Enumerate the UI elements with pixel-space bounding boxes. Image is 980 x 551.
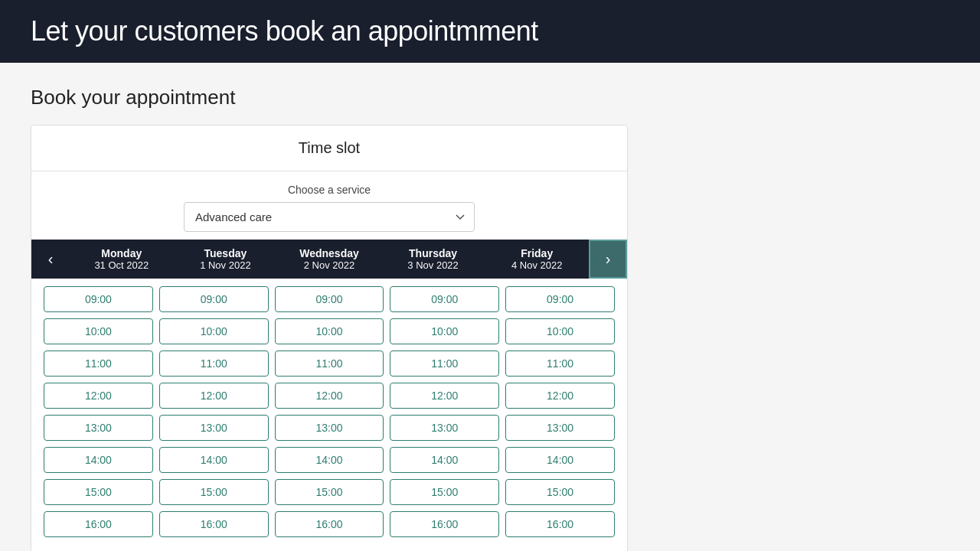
time-slot-button[interactable]: 11:00 [505,350,615,377]
day-header-monday: Monday31 Oct 2022 [70,240,174,279]
day-header-wednesday: Wednesday2 Nov 2022 [277,240,381,279]
time-slot-button[interactable]: 12:00 [505,383,615,409]
day-header-thursday: Thursday3 Nov 2022 [381,240,485,279]
day-date: 2 Nov 2022 [280,259,378,271]
card-header: Time slot [31,126,627,171]
time-slot-button[interactable]: 10:00 [159,318,269,344]
booking-card: Time slot Choose a service Advanced care… [31,125,628,551]
day-name: Tuesday [177,247,275,259]
time-slot-button[interactable]: 13:00 [275,415,384,441]
day-date: 3 Nov 2022 [384,259,482,271]
time-slot-button[interactable]: 09:00 [390,286,499,312]
time-slot-button[interactable]: 16:00 [390,511,499,537]
day-name: Thursday [384,247,482,259]
time-slot-button[interactable]: 16:00 [505,511,615,537]
time-slot-button[interactable]: 15:00 [390,479,499,505]
time-slot-button[interactable]: 13:00 [159,415,269,441]
time-slot-button[interactable]: 16:00 [159,511,269,537]
prev-week-button[interactable]: ‹ [31,240,70,279]
time-grid: 09:0009:0009:0009:0009:0010:0010:0010:00… [31,279,627,551]
day-date: 4 Nov 2022 [488,259,586,271]
time-slot-button[interactable]: 11:00 [275,350,384,377]
service-label: Choose a service [47,184,612,196]
day-headers: Monday31 Oct 2022Tuesday1 Nov 2022Wednes… [70,240,589,279]
time-slot-button[interactable]: 09:00 [44,286,153,312]
time-slot-button[interactable]: 13:00 [44,415,153,441]
time-slot-button[interactable]: 16:00 [275,511,384,537]
time-row: 10:0010:0010:0010:0010:00 [44,318,615,344]
time-slot-button[interactable]: 13:00 [390,415,499,441]
time-slot-button[interactable]: 15:00 [275,479,384,505]
next-week-button[interactable]: › [589,240,627,279]
day-header-tuesday: Tuesday1 Nov 2022 [174,240,278,279]
time-slot-button[interactable]: 14:00 [159,447,269,473]
time-row: 12:0012:0012:0012:0012:00 [44,383,615,409]
time-row: 13:0013:0013:0013:0013:00 [44,415,615,441]
time-slot-button[interactable]: 16:00 [44,511,153,537]
app-title: Let your customers book an appointmment [31,15,949,47]
time-slot-button[interactable]: 10:00 [505,318,615,344]
time-row: 15:0015:0015:0015:0015:00 [44,479,615,505]
time-slot-button[interactable]: 12:00 [275,383,384,409]
time-row: 09:0009:0009:0009:0009:00 [44,286,615,312]
time-slot-button[interactable]: 15:00 [159,479,269,505]
time-slot-button[interactable]: 11:00 [390,350,499,377]
day-name: Wednesday [280,247,378,259]
time-slot-button[interactable]: 14:00 [390,447,499,473]
calendar-nav: ‹ Monday31 Oct 2022Tuesday1 Nov 2022Wedn… [31,240,627,279]
time-slot-button[interactable]: 15:00 [505,479,615,505]
time-slot-button[interactable]: 12:00 [159,383,269,409]
time-slot-button[interactable]: 09:00 [275,286,384,312]
day-name: Monday [73,247,171,259]
day-date: 31 Oct 2022 [73,259,171,271]
time-row: 16:0016:0016:0016:0016:00 [44,511,615,537]
time-row: 14:0014:0014:0014:0014:00 [44,447,615,473]
time-slot-button[interactable]: 10:00 [390,318,499,344]
time-slot-button[interactable]: 15:00 [44,479,153,505]
time-slot-button[interactable]: 12:00 [390,383,499,409]
day-header-friday: Friday4 Nov 2022 [485,240,589,279]
time-slot-button[interactable]: 10:00 [44,318,153,344]
page-title: Book your appointment [31,86,949,109]
service-select[interactable]: Advanced care Basic care Premium care [184,202,475,232]
time-row: 11:0011:0011:0011:0011:00 [44,350,615,377]
time-slot-button[interactable]: 14:00 [275,447,384,473]
time-slot-button[interactable]: 11:00 [159,350,269,377]
time-slot-button[interactable]: 09:00 [159,286,269,312]
time-slot-button[interactable]: 12:00 [44,383,153,409]
time-slot-button[interactable]: 09:00 [505,286,615,312]
day-name: Friday [488,247,586,259]
time-slot-button[interactable]: 11:00 [44,350,153,377]
app-header: Let your customers book an appointmment [0,0,980,63]
time-slot-button[interactable]: 14:00 [505,447,615,473]
service-section: Choose a service Advanced care Basic car… [31,171,627,240]
day-date: 1 Nov 2022 [177,259,275,271]
time-slot-button[interactable]: 13:00 [505,415,615,441]
main-content: Book your appointment Time slot Choose a… [0,63,980,551]
time-slot-button[interactable]: 10:00 [275,318,384,344]
time-slot-button[interactable]: 14:00 [44,447,153,473]
